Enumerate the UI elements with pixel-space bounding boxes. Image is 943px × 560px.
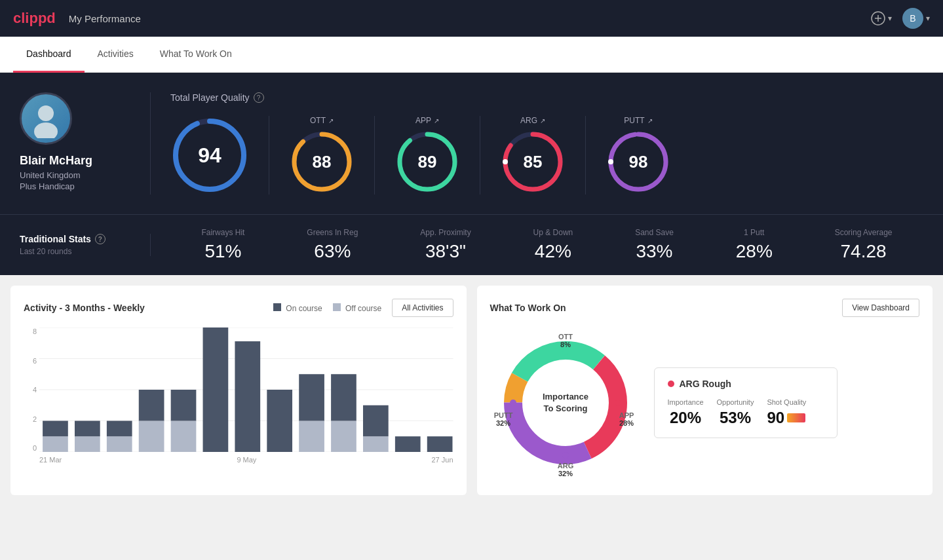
help-icon[interactable]: ? — [254, 92, 264, 103]
work-panel: What To Work On View Dashboard — [477, 286, 933, 495]
svg-point-59 — [615, 400, 621, 406]
card-importance-label: Importance — [668, 398, 704, 406]
stat-fairways-value: 51% — [201, 241, 244, 262]
bar-chart-svg — [39, 327, 453, 452]
traditional-stats-section: Traditional Stats ? Last 20 rounds Fairw… — [0, 214, 943, 275]
player-info: Blair McHarg United Kingdom Plus Handica… — [20, 92, 151, 195]
tab-dashboard[interactable]: Dashboard — [13, 37, 85, 73]
legend-off-dot — [333, 303, 341, 311]
svg-point-3 — [38, 105, 54, 121]
svg-point-61 — [510, 400, 516, 406]
trad-help-icon[interactable]: ? — [95, 234, 106, 244]
svg-point-47 — [524, 361, 607, 445]
work-content: Importance To Scoring OTT 8% APP 28% ARG… — [490, 327, 920, 478]
svg-text:OTT: OTT — [558, 333, 573, 341]
stat-scoring: Scoring Average 74.28 — [835, 228, 893, 262]
stat-sandsave: Sand Save 33% — [635, 228, 674, 262]
svg-text:PUTT: PUTT — [493, 411, 512, 419]
logo: clippd — [13, 10, 56, 27]
arg-arrow: ↗ — [540, 117, 545, 124]
arg-circle: 85 — [500, 129, 566, 195]
arg-label: ARG ↗ — [520, 116, 545, 125]
svg-rect-32 — [203, 327, 229, 452]
legend-off-course: Off course — [333, 303, 381, 313]
chart-wrapper: 8 6 4 2 0 — [24, 327, 453, 472]
trad-stats-list: Fairways Hit 51% Greens In Reg 63% App. … — [151, 228, 923, 262]
stat-1putt: 1 Putt 28% — [736, 228, 773, 262]
card-opportunity-label: Opportunity — [717, 398, 754, 406]
svg-rect-23 — [43, 421, 68, 437]
profile-button[interactable]: B ▾ — [902, 8, 930, 29]
card-shotquality-label: Shot Quality — [767, 398, 806, 406]
svg-rect-35 — [299, 421, 324, 453]
svg-text:28%: 28% — [619, 419, 633, 427]
chart-legend: On course Off course — [273, 303, 381, 313]
svg-point-13 — [503, 159, 508, 164]
svg-rect-33 — [235, 341, 260, 452]
svg-rect-28 — [139, 421, 164, 453]
y-label-0: 0 — [24, 444, 37, 452]
ott-arrow: ↗ — [328, 117, 334, 124]
card-importance-value: 20% — [668, 409, 704, 427]
stat-scoring-label: Scoring Average — [835, 228, 893, 237]
y-label-4: 4 — [24, 386, 37, 394]
nav-right: ▾ B ▾ — [871, 8, 930, 29]
x-label-jun: 27 Jun — [431, 456, 453, 464]
putt-circle: 98 — [606, 129, 671, 195]
stat-greens: Greens In Reg 63% — [307, 228, 358, 262]
svg-rect-40 — [363, 405, 389, 437]
all-activities-button[interactable]: All Activities — [392, 299, 453, 317]
svg-text:Importance: Importance — [542, 392, 588, 401]
stat-greens-label: Greens In Reg — [307, 228, 358, 237]
stat-1putt-value: 28% — [736, 241, 773, 262]
svg-point-16 — [608, 159, 613, 164]
player-handicap: Plus Handicap — [20, 181, 75, 191]
scores-section: Total Player Quality ? 94 OTT ↗ — [151, 92, 923, 195]
svg-point-58 — [562, 348, 569, 355]
svg-rect-25 — [75, 421, 100, 437]
legend-on-course: On course — [273, 303, 322, 313]
stat-updown-label: Up & Down — [533, 228, 573, 237]
ott-value: 88 — [313, 152, 332, 172]
stat-updown: Up & Down 42% — [533, 228, 573, 262]
ott-label: OTT ↗ — [310, 116, 334, 125]
svg-text:32%: 32% — [495, 419, 510, 427]
putt-arrow: ↗ — [647, 117, 653, 124]
stat-fairways-label: Fairways Hit — [201, 228, 244, 237]
top-nav: clippd My Performance ▾ B ▾ — [0, 0, 943, 37]
tab-what-to-work-on[interactable]: What To Work On — [147, 37, 245, 73]
add-button[interactable]: ▾ — [871, 11, 892, 26]
x-label-mar: 21 Mar — [39, 456, 62, 464]
player-name: Blair McHarg — [20, 154, 92, 168]
trad-label: Traditional Stats ? Last 20 rounds — [20, 234, 151, 256]
work-card: ARG Rough Importance 20% Opportunity 53%… — [654, 367, 837, 438]
card-importance: Importance 20% — [668, 398, 704, 427]
svg-point-4 — [34, 122, 58, 138]
donut-svg: Importance To Scoring OTT 8% APP 28% ARG… — [490, 327, 641, 478]
svg-rect-42 — [427, 436, 453, 452]
tab-activities[interactable]: Activities — [85, 37, 147, 73]
nav-title: My Performance — [69, 13, 141, 24]
stat-proximity-label: App. Proximity — [420, 228, 471, 237]
svg-rect-37 — [331, 421, 356, 453]
putt-value: 98 — [629, 152, 648, 172]
x-label-may: 9 May — [237, 456, 256, 464]
total-quality-label: Total Player Quality ? — [170, 92, 923, 103]
svg-text:ARG: ARG — [557, 462, 573, 470]
view-dashboard-button[interactable]: View Dashboard — [842, 299, 919, 317]
app-arrow: ↗ — [434, 117, 439, 124]
score-circles: 94 OTT ↗ 88 AP — [170, 116, 923, 195]
card-opportunity-value: 53% — [717, 409, 754, 427]
activity-header: Activity - 3 Months - Weekly On course O… — [24, 299, 453, 317]
player-country: United Kingdom — [20, 170, 81, 180]
y-label-8: 8 — [24, 327, 37, 335]
main-circle: 94 — [170, 116, 249, 195]
activity-title: Activity - 3 Months - Weekly — [24, 303, 145, 313]
card-metrics: Importance 20% Opportunity 53% Shot Qual… — [668, 398, 824, 427]
stat-sandsave-label: Sand Save — [635, 228, 674, 237]
svg-text:To Scoring: To Scoring — [543, 403, 587, 413]
app-label: APP ↗ — [415, 116, 439, 125]
svg-rect-27 — [107, 421, 132, 437]
stat-greens-value: 63% — [307, 241, 358, 262]
arg-score: ARG ↗ 85 — [480, 116, 586, 195]
